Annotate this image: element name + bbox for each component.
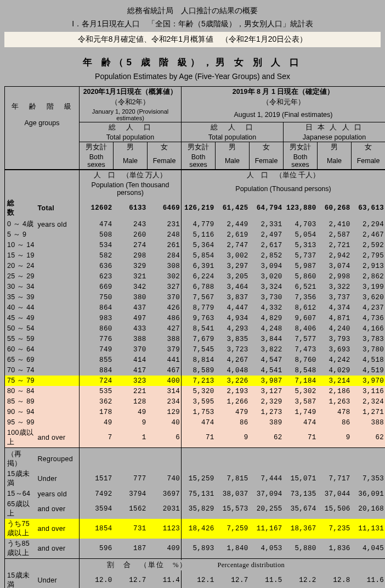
table-row: 25 ～ 29 623321302 6,2243,2053,020 5,8602… xyxy=(5,271,386,282)
table-row: 60 ～ 64 749370379 7,5453,7233,822 7,4733… xyxy=(5,344,386,355)
table-row: 20 ～ 24 636329308 6,3913,2973,094 5,9873… xyxy=(5,261,386,271)
table-row: 15～64years old 749237943697 75,13138,037… xyxy=(5,489,386,499)
table-row: 65 ～ 69 855414441 8,8144,2674,547 8,7604… xyxy=(5,355,386,365)
hdr-f1: 女 xyxy=(148,142,182,153)
hdr-me1: Male xyxy=(114,153,148,170)
table-row: うち85歳以上and over 596187409 5,8931,8404,05… xyxy=(5,539,386,559)
hdr-bs1: 男女計 xyxy=(80,142,114,153)
hdr-jppop-en: Japanese population xyxy=(284,133,386,142)
table-row: 15歳未満Under 1517777740 15,2597,8157,444 1… xyxy=(5,469,386,489)
hdr-fe1: Female xyxy=(148,153,182,170)
hdr-bse2: Both sexes xyxy=(182,153,216,170)
hdr-fe2: Female xyxy=(250,153,284,170)
header-section: I．各月1日現在人口 「全国：年齢（5歳階級），男女別人口」統計表 xyxy=(4,18,381,31)
table-row: 65歳以上and over 359415622031 35,82915,5732… xyxy=(5,499,386,519)
hdr-m1: 男 xyxy=(114,142,148,153)
table-row: 45 ～ 49 983497486 9,7634,9344,829 9,6074… xyxy=(5,313,386,323)
hdr-jan2020: January 1, 2020 (Provisional estimates) xyxy=(80,108,182,122)
pct-header: 割 合 （単位 %）Percentage distribution xyxy=(5,560,386,570)
unit-1k-en: Population (Thousand persons) xyxy=(182,181,386,197)
table-row: 15歳未満Under 12.012.711.4 12.112.711.5 12.… xyxy=(5,570,386,588)
header-org: 総務省統計局 人口推計の結果の概要 xyxy=(4,4,381,18)
hdr-2019: 2019年 8 月 1 日現在（確定値） xyxy=(182,87,386,98)
table-row: 55 ～ 59 776388388 7,6793,8353,844 7,5773… xyxy=(5,334,386,344)
hdr-reiwa2: （令和2年） xyxy=(80,97,182,108)
table-row: 80 ～ 84 535221314 5,3202,1933,127 5,3022… xyxy=(5,386,386,396)
hdr-f2: 女 xyxy=(250,142,284,153)
hdr-totpop2-ja: 総 人 口 xyxy=(182,122,284,133)
hdr-bs2: 男女計 xyxy=(182,142,216,153)
hdr-f3: 女 xyxy=(352,142,386,153)
table-body: 総 数Total 1260261336469 126,21961,42564,7… xyxy=(5,197,386,588)
hdr-jppop-ja: 日 本 人 人 口 xyxy=(284,122,386,133)
hdr-me3: Male xyxy=(318,153,352,170)
unit-1k-ja: 人 口 （単位 千人） xyxy=(182,170,386,181)
header-date: 令和元年8月確定値、令和2年1月概算値 （令和2年1月20日公表） xyxy=(4,32,381,47)
regroup-header: （再 掲）Regrouped xyxy=(5,449,386,469)
population-table: 年 齢 階 級Age groups 2020年1月1日現在（概算値） 2019年… xyxy=(4,86,385,588)
unit-10k-ja: 人 口 （単位 万人） xyxy=(80,170,182,181)
hdr-agegroups-en: Age groups xyxy=(6,119,78,127)
hdr-reiwa1: （令和元年） xyxy=(182,97,386,108)
hdr-totpop1-en: Total population xyxy=(80,133,182,142)
title-ja: 年 齢（5 歳 階 級），男 女 別 人 口 xyxy=(4,48,381,70)
table-row: 0 ～ 4歳years old 474243231 4,7792,4492,33… xyxy=(5,219,386,229)
table-row: 10 ～ 14 534274261 5,3642,7472,617 5,3132… xyxy=(5,240,386,250)
table-row: 40 ～ 44 864437426 8,7794,4474,332 8,6124… xyxy=(5,303,386,313)
table-row: 35 ～ 39 750380370 7,5673,8373,730 7,3563… xyxy=(5,292,386,303)
hdr-agegroups-ja: 年 齢 階 級 xyxy=(6,102,78,111)
table-row: 90 ～ 94 17849129 1,7534791,273 1,7494781… xyxy=(5,407,386,417)
hdr-m3: 男 xyxy=(318,142,352,153)
hdr-2020: 2020年1月1日現在（概算値） xyxy=(80,87,182,98)
table-row: 95 ～ 99 49940 47486389 47486388 xyxy=(5,417,386,428)
hdr-bse3: Both sexes xyxy=(284,153,318,170)
hdr-bs3: 男女計 xyxy=(284,142,318,153)
table-row: うち75歳以上and over 18547311123 18,4267,2591… xyxy=(5,519,386,539)
hdr-me2: Male xyxy=(216,153,250,170)
table-row: 5 ～ 9 508260248 5,1162,6192,497 5,0542,5… xyxy=(5,229,386,240)
table-row: 30 ～ 34 669342327 6,7883,4643,324 6,5213… xyxy=(5,282,386,292)
hdr-totpop1-ja: 総 人 口 xyxy=(80,122,182,133)
total-row: 総 数Total 1260261336469 126,21961,42564,7… xyxy=(5,198,386,218)
hdr-m2: 男 xyxy=(216,142,250,153)
unit-10k-en: Population (Ten thousand persons) xyxy=(80,181,182,197)
hdr-aug2019: August 1, 2019 (Final estimates) xyxy=(182,108,386,122)
hdr-bse1: Both sexes xyxy=(80,153,114,170)
table-row: 75 ～ 79 724323400 7,2133,2263,987 7,1843… xyxy=(5,376,386,386)
table-row: 70 ～ 74 884417467 8,5894,0484,541 8,5484… xyxy=(5,365,386,376)
table-row: 85 ～ 89 362128234 3,5951,2662,329 3,5871… xyxy=(5,396,386,407)
table-row: 15 ～ 19 582298284 5,8543,0022,852 5,7372… xyxy=(5,250,386,261)
title-en: Population Estimates by Age (Five-Year G… xyxy=(4,70,381,86)
table-row: 50 ～ 54 860433427 8,5414,2934,248 8,4064… xyxy=(5,323,386,334)
table-row: 100歳以上and over 716 71962 71962 xyxy=(5,428,386,448)
hdr-totpop2-en: Total population xyxy=(182,133,284,142)
hdr-fe3: Female xyxy=(352,153,386,170)
